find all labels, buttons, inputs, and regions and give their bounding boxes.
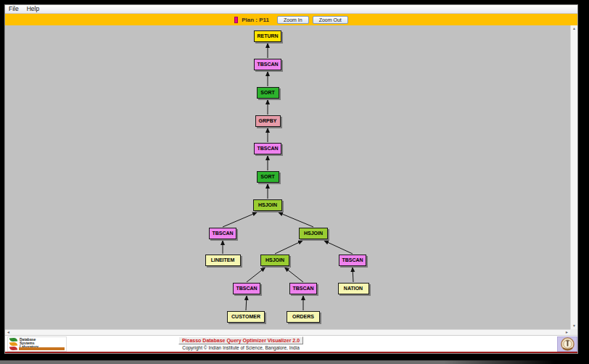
zoom-out-button[interactable]: Zoom Out bbox=[313, 16, 348, 24]
plan-node-tbscan6[interactable]: TBSCAN bbox=[289, 283, 317, 294]
zoom-in-button[interactable]: Zoom In bbox=[277, 16, 309, 24]
plan-node-tbscan4[interactable]: TBSCAN bbox=[339, 255, 366, 266]
plan-node-return[interactable]: RETURN bbox=[254, 30, 281, 42]
plan-node-orders[interactable]: ORDERS bbox=[287, 311, 320, 323]
copyright-text: Copyright © Indian Institute of Science,… bbox=[178, 345, 303, 350]
plan-edge-tbscan4-hsjoin2 bbox=[324, 241, 353, 254]
plan-node-hsjoin3[interactable]: HSJOIN bbox=[260, 255, 289, 266]
plan-node-hsjoin2[interactable]: HSJOIN bbox=[299, 228, 328, 239]
app-title: Picasso Database Query Optimizer Visuali… bbox=[178, 336, 303, 344]
scrollbar-corner bbox=[570, 329, 577, 335]
dsl-lab-logo: Database Systems Laboratory bbox=[7, 336, 67, 352]
plan-edge-tbscan3-hsjoin1 bbox=[223, 212, 257, 227]
picasso-window: File Help Plan : P11 Zoom In Zoom Out ▲ … bbox=[4, 4, 578, 354]
plan-node-sort2[interactable]: SORT bbox=[257, 171, 279, 183]
scroll-left-icon[interactable]: ◄ bbox=[7, 331, 10, 334]
menu-help[interactable]: Help bbox=[27, 5, 39, 13]
plan-node-tbscan3[interactable]: TBSCAN bbox=[209, 228, 236, 239]
scroll-down-icon[interactable]: ▼ bbox=[572, 324, 576, 328]
plan-edge-tbscan6-hsjoin3 bbox=[285, 268, 303, 282]
plan-toolbar: Plan : P11 Zoom In Zoom Out bbox=[5, 14, 577, 25]
plan-node-grpby[interactable]: GRPBY bbox=[255, 115, 281, 127]
vertical-scrollbar[interactable]: ▲ ▼ bbox=[570, 25, 577, 329]
matte-bottom-edge bbox=[0, 360, 555, 364]
plan-color-marker bbox=[234, 17, 238, 23]
horizontal-scrollbar[interactable]: ◄ ► bbox=[5, 329, 570, 335]
scroll-up-icon[interactable]: ▲ bbox=[572, 27, 576, 30]
plan-node-customer[interactable]: CUSTOMER bbox=[227, 311, 265, 323]
plan-node-tbscan1[interactable]: TBSCAN bbox=[254, 59, 281, 70]
plan-node-tbscan5[interactable]: TBSCAN bbox=[233, 283, 260, 294]
plan-edge-customer-tbscan5 bbox=[246, 296, 247, 310]
plan-edge-hsjoin2-hsjoin1 bbox=[279, 212, 313, 227]
plan-node-hsjoin1[interactable]: HSJOIN bbox=[253, 199, 282, 211]
plan-node-nation[interactable]: NATION bbox=[338, 283, 369, 294]
plan-canvas: ▲ ▼ ◄ ► RETURNTBSCANSORTGRPBYTBSCANSORTH… bbox=[5, 25, 577, 335]
screenshot-matte: File Help Plan : P11 Zoom In Zoom Out ▲ … bbox=[0, 0, 589, 364]
menu-bar: File Help bbox=[5, 5, 577, 14]
status-bar: Database Systems Laboratory Picasso Data… bbox=[5, 335, 577, 353]
plan-edge-hsjoin3-hsjoin2 bbox=[275, 241, 302, 254]
menu-file[interactable]: File bbox=[9, 5, 19, 13]
dsl-logo-banner bbox=[19, 347, 65, 350]
plan-edge-nation-tbscan4 bbox=[353, 268, 353, 282]
plan-edge-tbscan5-hsjoin3 bbox=[247, 268, 265, 282]
plan-node-sort1[interactable]: SORT bbox=[257, 87, 279, 99]
scroll-right-icon[interactable]: ► bbox=[565, 331, 569, 334]
plan-node-lineitem[interactable]: LINEITEM bbox=[205, 255, 241, 266]
iisc-emblem-icon bbox=[557, 336, 577, 352]
plan-node-tbscan2[interactable]: TBSCAN bbox=[254, 143, 281, 154]
dsl-leaves-icon bbox=[9, 338, 17, 351]
plan-label: Plan : P11 bbox=[242, 17, 269, 23]
